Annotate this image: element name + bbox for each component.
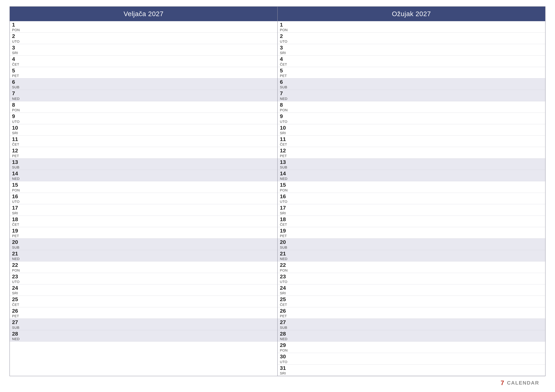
day-row[interactable]: 2 UTO [278, 33, 545, 44]
day-row[interactable]: 19 PET [10, 227, 277, 239]
day-number: 11 [12, 136, 22, 142]
day-row[interactable]: 16 UTO [278, 193, 545, 204]
day-row[interactable]: 10 SRI [10, 124, 277, 136]
day-row[interactable]: 24 SRI [278, 284, 545, 296]
day-row[interactable]: 28 NED [10, 330, 277, 342]
day-info: 11 ČET [12, 136, 22, 146]
day-row[interactable]: 16 UTO [10, 193, 277, 204]
day-name: SRI [12, 51, 22, 55]
day-row[interactable]: 3 SRI [10, 44, 277, 56]
day-row[interactable]: 10 SRI [278, 124, 545, 136]
day-number: 2 [280, 33, 289, 39]
day-row[interactable]: 11 ČET [10, 136, 277, 147]
day-row[interactable]: 3 SRI [278, 44, 545, 56]
day-row[interactable]: 15 PON [278, 181, 545, 193]
day-row[interactable]: 8 PON [278, 101, 545, 113]
calendar-number-icon: 7 [501, 379, 504, 386]
day-row[interactable]: 1 PON [278, 21, 545, 33]
day-row[interactable]: 12 PET [278, 147, 545, 158]
day-name: UTO [280, 120, 289, 123]
day-row[interactable]: 6 SUB [278, 78, 545, 90]
day-row[interactable]: 9 UTO [278, 113, 545, 124]
day-row[interactable]: 20 SUB [278, 239, 545, 250]
day-name: ČET [280, 223, 289, 226]
day-row[interactable]: 27 SUB [10, 319, 277, 330]
day-row[interactable]: 13 SUB [278, 158, 545, 170]
day-info: 25 ČET [280, 296, 289, 306]
day-info: 13 SUB [12, 159, 22, 169]
day-name: ČET [12, 303, 22, 306]
day-row[interactable]: 7 NED [10, 90, 277, 101]
day-number: 28 [12, 331, 22, 337]
day-row[interactable]: 14 NED [278, 170, 545, 181]
day-row[interactable]: 24 SRI [10, 284, 277, 296]
day-row[interactable]: 23 UTO [278, 273, 545, 284]
day-name: PON [12, 189, 22, 192]
day-info: 22 PON [12, 262, 22, 272]
day-number: 10 [280, 125, 289, 131]
day-row[interactable]: 9 UTO [10, 113, 277, 124]
day-row[interactable]: 21 NED [278, 250, 545, 261]
day-row[interactable]: 14 NED [10, 170, 277, 181]
day-number: 5 [280, 68, 289, 73]
day-row[interactable]: 2 UTO [10, 33, 277, 44]
day-number: 1 [12, 22, 22, 28]
day-row[interactable]: 15 PON [10, 181, 277, 193]
day-row[interactable]: 30 UTO [278, 353, 545, 364]
day-info: 3 SRI [280, 45, 289, 55]
day-number: 14 [280, 171, 289, 176]
day-name: PON [280, 108, 289, 112]
day-row[interactable]: 29 PON [278, 342, 545, 353]
day-name: NED [280, 177, 289, 180]
day-row[interactable]: 5 PET [10, 67, 277, 78]
day-info: 23 UTO [280, 274, 289, 284]
day-info: 17 SRI [12, 205, 22, 215]
day-row[interactable]: 13 SUB [10, 158, 277, 170]
day-info: 4 ČET [12, 56, 22, 66]
day-row[interactable]: 4 ČET [10, 56, 277, 67]
day-row[interactable]: 22 PON [10, 261, 277, 273]
day-row[interactable]: 21 NED [10, 250, 277, 261]
day-info: 15 PON [280, 182, 289, 192]
day-name: SRI [280, 212, 289, 215]
day-row[interactable]: 7 NED [278, 90, 545, 101]
day-row[interactable]: 6 SUB [10, 78, 277, 90]
day-row[interactable]: 31 SRI [278, 364, 545, 376]
day-info: 27 SUB [280, 319, 289, 329]
day-number: 29 [280, 342, 289, 348]
day-info: 11 ČET [280, 136, 289, 146]
day-number: 3 [12, 45, 22, 50]
day-row[interactable]: 5 PET [278, 67, 545, 78]
day-row[interactable]: 25 ČET [10, 296, 277, 307]
day-name: PON [280, 269, 289, 272]
day-row[interactable]: 17 SRI [278, 204, 545, 216]
day-row[interactable]: 22 PON [278, 261, 545, 273]
day-number: 31 [280, 365, 289, 371]
day-row[interactable]: 4 ČET [278, 56, 545, 67]
day-info: 31 SRI [280, 365, 289, 375]
day-number: 16 [280, 193, 289, 199]
day-info: 25 ČET [12, 296, 22, 306]
day-row[interactable]: 26 PET [278, 307, 545, 319]
day-row[interactable]: 18 ČET [278, 216, 545, 227]
veljaca-column: Veljača 2027 1 PON 2 UTO 3 SRI 4 ČET [10, 7, 278, 376]
day-name: SRI [280, 51, 289, 55]
day-row[interactable]: 23 UTO [10, 273, 277, 284]
day-row[interactable]: 17 SRI [10, 204, 277, 216]
day-row[interactable]: 25 ČET [278, 296, 545, 307]
day-row[interactable]: 26 PET [10, 307, 277, 319]
day-row[interactable]: 12 PET [10, 147, 277, 158]
day-row[interactable]: 20 SUB [10, 239, 277, 250]
day-row[interactable]: 8 PON [10, 101, 277, 113]
day-row[interactable]: 28 NED [278, 330, 545, 342]
day-row[interactable]: 19 PET [278, 227, 545, 239]
day-number: 13 [12, 159, 22, 165]
day-name: ČET [12, 143, 22, 146]
day-row[interactable]: 11 ČET [278, 136, 545, 147]
day-row[interactable]: 18 ČET [10, 216, 277, 227]
day-number: 8 [12, 102, 22, 108]
day-info: 7 NED [12, 90, 22, 100]
day-row[interactable]: 1 PON [10, 21, 277, 33]
day-row[interactable]: 27 SUB [278, 319, 545, 330]
day-number: 4 [280, 56, 289, 62]
